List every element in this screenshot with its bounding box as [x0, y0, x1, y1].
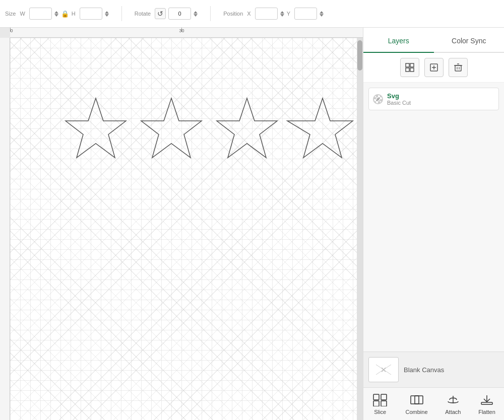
lock-icon: 🔒: [61, 10, 69, 18]
rotate-input[interactable]: [168, 8, 191, 20]
rotate-button[interactable]: ↺: [155, 8, 166, 19]
svg-marker-2: [217, 98, 277, 158]
toolbar-size-section: Size W 🔒 H: [5, 8, 109, 20]
slice-icon: [372, 393, 388, 407]
rotate-down-arrow[interactable]: [194, 14, 198, 17]
attach-button[interactable]: Attach: [445, 393, 461, 415]
ruler-mark-30: 30: [181, 28, 182, 32]
svg-rect-25: [481, 402, 492, 404]
rotate-stepper[interactable]: [194, 11, 198, 17]
x-stepper[interactable]: [280, 11, 284, 17]
toolbar-rotate-section: Rotate ↺: [135, 8, 198, 20]
combine-label: Combine: [405, 409, 427, 415]
scrollbar-thumb[interactable]: [357, 40, 362, 71]
combine-icon: [409, 393, 425, 407]
bottom-action-bar: Slice Combine: [363, 387, 504, 420]
combine-button[interactable]: Combine: [405, 393, 427, 415]
size-label: Size: [5, 11, 16, 17]
height-down-arrow[interactable]: [105, 14, 109, 17]
width-stepper[interactable]: [54, 11, 58, 17]
ruler-mark-20: 20: [10, 28, 11, 32]
layers-list: Svg Basic Cut: [363, 83, 504, 352]
tab-color-sync[interactable]: Color Sync: [434, 28, 505, 52]
layer-text: Svg Basic Cut: [387, 92, 411, 106]
rotate-up-arrow[interactable]: [194, 11, 198, 14]
svg-marker-0: [66, 98, 126, 158]
canvas-area[interactable]: 20 30: [0, 28, 363, 420]
ruler-label-20: 20: [10, 28, 13, 33]
canvas-thumb: [368, 357, 399, 382]
layer-item-svg[interactable]: Svg Basic Cut: [368, 88, 499, 110]
position-label: Position: [223, 11, 243, 17]
canvas-preview-label: Blank Canvas: [404, 366, 444, 374]
stars-svg: [55, 93, 357, 194]
delete-layer-button[interactable]: [449, 58, 468, 77]
tab-layers[interactable]: Layers: [363, 28, 434, 53]
height-label: H: [72, 11, 76, 17]
ruler-top: 20 30: [10, 28, 363, 38]
y-up-arrow[interactable]: [320, 11, 324, 14]
slice-label: Slice: [374, 409, 386, 415]
svg-rect-19: [381, 394, 387, 400]
canvas-scrollbar[interactable]: [357, 38, 363, 420]
flatten-button[interactable]: Flatten: [478, 393, 495, 415]
svg-rect-11: [455, 65, 461, 71]
svg-rect-6: [406, 68, 409, 72]
panel-tabs: Layers Color Sync: [363, 28, 504, 53]
svg-marker-3: [287, 98, 353, 158]
slice-button[interactable]: Slice: [372, 393, 388, 415]
layer-swatch: [373, 94, 383, 104]
width-down-arrow[interactable]: [54, 14, 58, 17]
y-input[interactable]: [294, 8, 317, 20]
flatten-icon: [479, 393, 495, 407]
svg-rect-21: [381, 401, 387, 406]
y-stepper[interactable]: [320, 11, 324, 17]
svg-rect-18: [373, 394, 379, 400]
ruler-label-30: 30: [179, 28, 184, 33]
layer-sub: Basic Cut: [387, 100, 411, 106]
layer-name: Svg: [387, 92, 411, 100]
attach-label: Attach: [445, 409, 461, 415]
main-content: 20 30: [0, 28, 504, 420]
svg-rect-4: [406, 63, 409, 67]
right-panel: Layers Color Sync: [363, 28, 504, 420]
y-label: Y: [287, 11, 290, 17]
group-button[interactable]: [400, 58, 419, 77]
canvas-preview[interactable]: Blank Canvas: [363, 352, 504, 387]
separator-1: [121, 6, 122, 21]
separator-2: [210, 6, 211, 21]
height-up-arrow[interactable]: [105, 11, 109, 14]
x-up-arrow[interactable]: [280, 11, 284, 14]
y-down-arrow[interactable]: [320, 14, 324, 17]
add-layer-button[interactable]: [424, 58, 444, 77]
flatten-label: Flatten: [478, 409, 495, 415]
svg-marker-1: [141, 98, 202, 158]
canvas-grid[interactable]: [10, 38, 357, 420]
toolbar-position-section: Position X Y: [223, 8, 324, 20]
svg-rect-20: [373, 401, 379, 406]
x-label: X: [247, 11, 250, 17]
height-input[interactable]: [80, 8, 102, 20]
height-stepper[interactable]: [105, 11, 109, 17]
width-input[interactable]: [29, 8, 52, 20]
ruler-left: [0, 38, 10, 420]
svg-rect-7: [410, 68, 414, 72]
rotate-label: Rotate: [135, 11, 151, 17]
x-down-arrow[interactable]: [280, 14, 284, 17]
svg-rect-5: [410, 63, 414, 67]
toolbar: Size W 🔒 H Rotate ↺ Position X: [0, 0, 504, 28]
width-up-arrow[interactable]: [54, 11, 58, 14]
panel-toolbar: [363, 53, 504, 83]
width-label: W: [20, 11, 25, 17]
x-input[interactable]: [255, 8, 278, 20]
attach-icon: [445, 393, 461, 407]
